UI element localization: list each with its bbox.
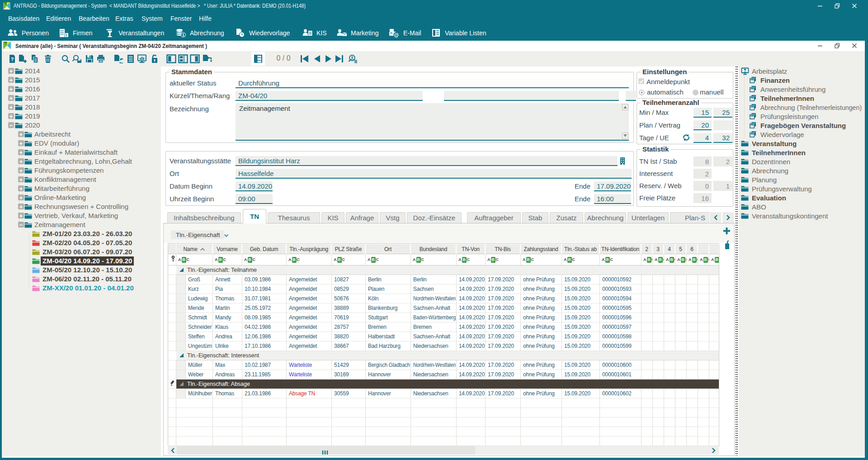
filter-cell[interactable]: ABC bbox=[486, 254, 521, 266]
childtb-doc-lines-button[interactable] bbox=[126, 54, 135, 63]
grid-cell[interactable]: Max bbox=[213, 360, 242, 370]
column-header-5[interactable]: 5 bbox=[675, 244, 686, 254]
workspace-item[interactable]: Prüfungsverwaltung bbox=[739, 184, 865, 193]
menu-system[interactable]: System bbox=[141, 12, 164, 25]
grid-cell[interactable]: Plauen bbox=[366, 285, 411, 294]
grid-cell[interactable]: Bergisch Gladbach bbox=[366, 360, 411, 370]
grid-cell[interactable]: 15.09.2020 bbox=[562, 322, 600, 332]
tree-item[interactable]: Entgeltabrechnung, Lohn,Gehalt bbox=[2, 157, 161, 166]
tn-value-field2[interactable]: 25 bbox=[713, 108, 732, 118]
grid-cell[interactable]: 08529 bbox=[332, 285, 366, 294]
filter-cell[interactable]: ABC bbox=[664, 254, 675, 266]
tree-item[interactable]: Führungskompetenzen bbox=[2, 166, 161, 175]
tab-thesaurus[interactable]: Thesaurus bbox=[268, 212, 320, 223]
status-combobox[interactable]: Durchführung bbox=[236, 78, 629, 88]
grid-cell[interactable]: 15.09.2020 bbox=[562, 275, 600, 285]
childtb-new-doc-button[interactable] bbox=[18, 54, 27, 63]
grid-cell[interactable]: Steffen bbox=[186, 332, 213, 341]
column-header-PLZ Straße[interactable]: PLZ Straße bbox=[332, 244, 365, 254]
grid-cell[interactable]: Groß bbox=[186, 275, 213, 285]
tree-item[interactable]: 2014 bbox=[2, 66, 161, 76]
toolbar-veranstaltungen[interactable]: Veranstaltungen bbox=[105, 25, 164, 41]
tab-tn[interactable]: TN bbox=[243, 209, 266, 223]
workspace-item[interactable]: Anwesenheitsführung bbox=[739, 85, 865, 94]
workspace-item-label[interactable]: TeilnehmerInnen bbox=[750, 148, 807, 157]
bezeichnung-textarea[interactable]: Zeitmanagement bbox=[236, 103, 629, 141]
workspace-item-label[interactable]: Veranstaltungskontingent bbox=[750, 211, 829, 220]
childtb-pane-left-button[interactable] bbox=[167, 54, 176, 63]
scroll-up-icon[interactable] bbox=[622, 104, 628, 110]
grid-cell[interactable]: Niedersachsen bbox=[411, 389, 457, 398]
tree-item-label[interactable]: ZM-XX/20 01.01.20 - 04.01.20 bbox=[41, 284, 136, 293]
column-header-Zahlungsstand[interactable]: Zahlungsstand bbox=[521, 244, 561, 254]
tab-vstg[interactable]: Vstg bbox=[380, 212, 406, 223]
toolbar-firmen[interactable]: Firmen bbox=[58, 25, 93, 41]
tree-item-label[interactable]: Arbeitsrecht bbox=[33, 130, 72, 139]
grid-cell[interactable]: 14.09.2020 bbox=[457, 332, 486, 341]
workspace-item-label[interactable]: Wiedervorlage bbox=[759, 130, 806, 139]
grid-cell[interactable]: Blankenburg bbox=[366, 304, 411, 313]
menu-extras[interactable]: Extras bbox=[114, 12, 134, 25]
group-triangle-icon[interactable] bbox=[179, 268, 184, 272]
child-restore-button[interactable] bbox=[830, 40, 845, 52]
grid-cell[interactable]: 17.09.2020 bbox=[486, 294, 521, 304]
tree-item[interactable]: Rechnungswesen + Controlling bbox=[2, 202, 161, 211]
toolbar-marketing[interactable]: Marketing bbox=[336, 25, 378, 41]
toolbar-personen[interactable]: Personen bbox=[7, 25, 49, 41]
grid-cell[interactable]: Thomas bbox=[213, 294, 242, 304]
workspace-item-label[interactable]: Abrechnung (Teilnehmerleistungen) bbox=[759, 103, 863, 112]
group-by-button[interactable]: Tln.-Eigenschaft bbox=[171, 230, 224, 239]
grid-cell[interactable]: Absage TN bbox=[287, 389, 332, 398]
grid-cell[interactable]: 0000010596 bbox=[600, 313, 642, 322]
child-minimize-button[interactable] bbox=[812, 40, 828, 52]
grid-cell[interactable]: 0000010599 bbox=[600, 341, 642, 351]
expand-icon[interactable] bbox=[18, 149, 24, 155]
grid-cell[interactable]: 28757 bbox=[332, 322, 366, 332]
grid-cell[interactable]: 0000010597 bbox=[600, 322, 642, 332]
grid-cell[interactable]: Ungestüm bbox=[186, 341, 213, 351]
restore-button[interactable] bbox=[830, 0, 845, 12]
tree-item[interactable]: ZM-06/20 02.11.20 - 05.11.20 bbox=[2, 275, 161, 284]
workspace-item-label[interactable]: Finanzen bbox=[759, 76, 791, 85]
filter-cell[interactable]: ABC bbox=[213, 254, 242, 266]
grid-cell[interactable]: Sachsen-Anhalt bbox=[411, 332, 457, 341]
childtb-search-save-button[interactable] bbox=[72, 54, 81, 63]
grid-cell[interactable]: Angemeldet bbox=[287, 341, 332, 351]
grid-cell[interactable]: Angemeldet bbox=[287, 294, 332, 304]
close-button[interactable] bbox=[847, 0, 862, 12]
filter-cell[interactable]: ABC bbox=[653, 254, 664, 266]
grid-cell[interactable]: 14.09.2020 bbox=[457, 304, 486, 313]
grid-cell[interactable]: 14.09.2020 bbox=[457, 275, 486, 285]
grid-cell[interactable]: 12.06.1986 bbox=[242, 332, 287, 341]
tree-item-label[interactable]: Einkauf + Materialwirtschaft bbox=[33, 148, 119, 157]
expand-icon[interactable] bbox=[18, 167, 24, 173]
workspace-item-label[interactable]: Veranstaltung bbox=[750, 139, 798, 148]
grid-cell[interactable]: 15.09.2020 bbox=[562, 370, 600, 379]
tab-abrechnung[interactable]: Abrechnung bbox=[585, 212, 626, 223]
tree-item[interactable]: 2018 bbox=[2, 103, 161, 112]
tree-item[interactable]: 2020 bbox=[2, 121, 161, 130]
tree-item-label[interactable]: ZM-02/20 04.05.20 - 07.05.20 bbox=[41, 238, 134, 247]
grid-cell[interactable]: Andrea bbox=[213, 332, 242, 341]
building-icon[interactable] bbox=[620, 157, 625, 167]
column-header-Tln.-Status ab[interactable]: Tln.-Status ab bbox=[562, 244, 599, 254]
grid-cell[interactable]: Baden-Württemberg bbox=[411, 313, 457, 322]
grid-cell[interactable]: 51429 bbox=[332, 360, 366, 370]
group-row[interactable]: Tln.-Eigenschaft: Absage bbox=[176, 379, 719, 389]
staette-field[interactable]: Bildungsinstitut Harz bbox=[236, 156, 618, 166]
grid-cell[interactable]: 17.09.2020 bbox=[486, 370, 521, 379]
tree-item-label[interactable]: Konfliktmanagement bbox=[33, 175, 98, 184]
grid-cell[interactable]: Pia bbox=[213, 285, 242, 294]
grid-cell[interactable]: Schneider bbox=[186, 322, 213, 332]
tab-stab[interactable]: Stab bbox=[522, 212, 548, 223]
kuerzel-field[interactable]: ZM-04/20 bbox=[236, 91, 423, 101]
scroll-down-icon[interactable] bbox=[622, 133, 628, 139]
grid-cell[interactable]: 23.11.1985 bbox=[242, 370, 287, 379]
grid-cell[interactable]: 31.07.1981 bbox=[242, 294, 287, 304]
tree-item-label[interactable]: Rechnungswesen + Controlling bbox=[33, 202, 130, 211]
grid-cell[interactable]: 04.02.1986 bbox=[242, 322, 287, 332]
tn-value-field2[interactable] bbox=[713, 120, 732, 130]
workspace-item-label[interactable]: Abrechnung bbox=[750, 166, 790, 175]
tree-item-label[interactable]: ZM-05/20 12.10.20 - 15.10.20 bbox=[41, 266, 134, 275]
grid-cell[interactable]: 21.03.1986 bbox=[242, 389, 287, 398]
